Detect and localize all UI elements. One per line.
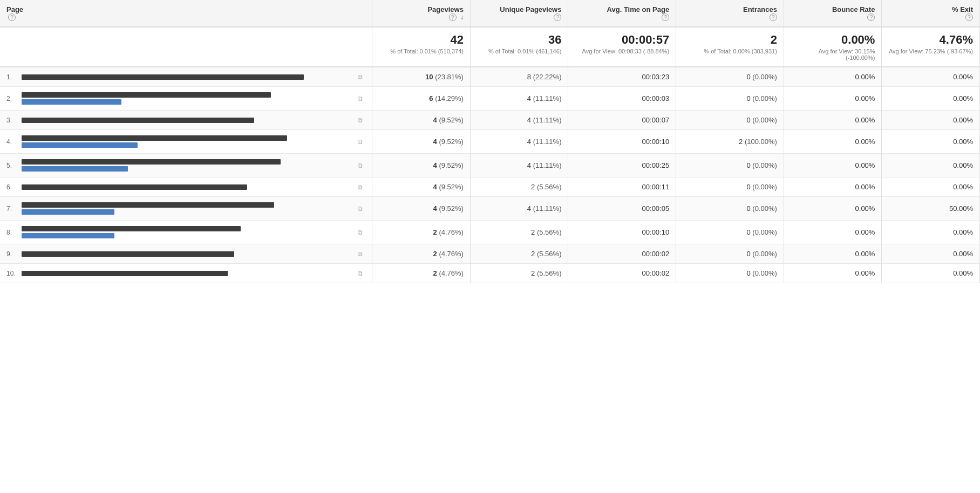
row-number: 5. bbox=[6, 162, 17, 169]
unique-pv-cell: 2 (5.56%) bbox=[470, 221, 568, 244]
upv-value: 4 bbox=[527, 116, 531, 124]
summary-upv-sub: % of Total: 0.01% (461,146) bbox=[477, 48, 562, 54]
col-header-avg-time: Avg. Time on Page ? bbox=[568, 0, 676, 27]
page-bar-container bbox=[22, 159, 353, 172]
pv-pct: (4.76%) bbox=[439, 269, 464, 277]
pv-pct: (9.52%) bbox=[439, 183, 464, 191]
bounce-rate-cell: 0.00% bbox=[784, 264, 882, 283]
unique-pv-cell: 4 (11.11%) bbox=[470, 154, 568, 177]
upv-pct: (5.56%) bbox=[537, 269, 562, 277]
pageviews-help-icon[interactable]: ? bbox=[449, 13, 457, 21]
page-bar-secondary bbox=[22, 142, 138, 148]
upv-pct: (5.56%) bbox=[537, 250, 562, 258]
pct-exit-help-icon[interactable]: ? bbox=[965, 13, 973, 21]
bounce-rate-cell: 0.00% bbox=[784, 154, 882, 177]
unique-pv-cell: 2 (5.56%) bbox=[470, 177, 568, 197]
unique-pv-cell: 8 (22.22%) bbox=[470, 67, 568, 87]
entrances-cell: 0 (0.00%) bbox=[676, 177, 784, 197]
summary-avg-time: 00:00:57 Avg for View: 00:08:33 (-88.84%… bbox=[568, 27, 676, 67]
pageviews-cell: 10 (23.81%) bbox=[372, 67, 471, 87]
col-header-entrances: Entrances ? bbox=[676, 0, 784, 27]
page-bar-main bbox=[22, 271, 228, 276]
upv-value: 2 bbox=[531, 228, 535, 236]
table-row: 1.⧉10 (23.81%)8 (22.22%)00:03:230 (0.00%… bbox=[0, 67, 980, 87]
bounce-rate-cell: 0.00% bbox=[784, 177, 882, 197]
page-help-icon[interactable]: ? bbox=[8, 13, 16, 21]
pv-value: 6 bbox=[429, 94, 433, 102]
summary-ent-main: 2 bbox=[683, 33, 777, 47]
upv-pct: (5.56%) bbox=[537, 228, 562, 236]
row-number: 7. bbox=[6, 205, 17, 213]
page-bar-container bbox=[22, 74, 353, 80]
copy-url-icon[interactable]: ⧉ bbox=[358, 270, 365, 277]
pct-exit-cell: 0.00% bbox=[882, 154, 980, 177]
entrances-cell: 0 (0.00%) bbox=[676, 244, 784, 264]
pct-exit-cell: 0.00% bbox=[882, 244, 980, 264]
row-number: 10. bbox=[6, 270, 17, 277]
bounce-rate-help-icon[interactable]: ? bbox=[867, 13, 875, 21]
page-cell-6: 6.⧉ bbox=[0, 177, 372, 197]
pv-value: 4 bbox=[433, 183, 437, 191]
copy-url-icon[interactable]: ⧉ bbox=[358, 73, 365, 81]
ent-pct: (0.00%) bbox=[752, 183, 777, 191]
pageviews-cell: 2 (4.76%) bbox=[372, 264, 471, 283]
page-bar-main bbox=[22, 92, 271, 98]
copy-url-icon[interactable]: ⧉ bbox=[358, 229, 365, 236]
page-bar-main bbox=[22, 251, 234, 257]
table-row: 10.⧉2 (4.76%)2 (5.56%)00:00:020 (0.00%)0… bbox=[0, 264, 980, 283]
pv-pct: (9.52%) bbox=[439, 116, 464, 124]
upv-value: 2 bbox=[531, 183, 535, 191]
pageviews-cell: 2 (4.76%) bbox=[372, 221, 471, 244]
row-number: 9. bbox=[6, 250, 17, 258]
upv-pct: (11.11%) bbox=[533, 161, 562, 169]
page-col-title: Page bbox=[6, 5, 365, 13]
col-header-page: Page ? bbox=[0, 0, 372, 27]
copy-url-icon[interactable]: ⧉ bbox=[358, 250, 365, 258]
page-bar-container bbox=[22, 202, 353, 215]
summary-entrances: 2 % of Total: 0.00% (383,931) bbox=[676, 27, 784, 67]
pct-exit-cell: 0.00% bbox=[882, 221, 980, 244]
col-header-pageviews: Pageviews ? ↓ bbox=[372, 0, 471, 27]
bounce-rate-cell: 0.00% bbox=[784, 221, 882, 244]
copy-url-icon[interactable]: ⧉ bbox=[358, 205, 365, 213]
bounce-rate-cell: 0.00% bbox=[784, 87, 882, 111]
ent-pct: (0.00%) bbox=[752, 94, 777, 102]
upv-pct: (22.22%) bbox=[533, 73, 562, 81]
summary-ent-sub: % of Total: 0.00% (383,931) bbox=[683, 48, 777, 54]
ent-pct: (0.00%) bbox=[752, 116, 777, 124]
pct-exit-cell: 0.00% bbox=[882, 67, 980, 87]
upv-value: 4 bbox=[527, 204, 531, 213]
ent-value: 0 bbox=[746, 116, 750, 124]
row-number: 4. bbox=[6, 138, 17, 146]
pageviews-cell: 4 (9.52%) bbox=[372, 197, 471, 221]
copy-url-icon[interactable]: ⧉ bbox=[358, 95, 365, 102]
bounce-rate-cell: 0.00% bbox=[784, 67, 882, 87]
summary-pv-main: 42 bbox=[379, 33, 464, 47]
copy-url-icon[interactable]: ⧉ bbox=[358, 138, 365, 146]
row-number: 3. bbox=[6, 117, 17, 124]
avg-time-help-icon[interactable]: ? bbox=[662, 13, 669, 21]
copy-url-icon[interactable]: ⧉ bbox=[358, 162, 365, 169]
table-row: 4.⧉4 (9.52%)4 (11.11%)00:00:102 (100.00%… bbox=[0, 130, 980, 154]
unique-pv-help-icon[interactable]: ? bbox=[554, 13, 561, 21]
page-bar-container bbox=[22, 92, 353, 105]
sort-arrow-icon[interactable]: ↓ bbox=[460, 13, 464, 21]
entrances-help-icon[interactable]: ? bbox=[770, 13, 777, 21]
ent-value: 0 bbox=[746, 183, 750, 191]
pv-value: 2 bbox=[433, 228, 437, 236]
ent-value: 2 bbox=[739, 138, 743, 146]
copy-url-icon[interactable]: ⧉ bbox=[358, 117, 365, 124]
page-cell-7: 7.⧉ bbox=[0, 197, 372, 221]
page-bar-container bbox=[22, 118, 353, 123]
copy-url-icon[interactable]: ⧉ bbox=[358, 183, 365, 191]
avg-time-cell: 00:00:02 bbox=[568, 244, 676, 264]
pct-exit-cell: 0.00% bbox=[882, 87, 980, 111]
page-bar-container bbox=[22, 226, 353, 238]
entrances-cell: 0 (0.00%) bbox=[676, 67, 784, 87]
pageviews-cell: 4 (9.52%) bbox=[372, 130, 471, 154]
avg-time-cell: 00:00:25 bbox=[568, 154, 676, 177]
unique-pv-cell: 4 (11.11%) bbox=[470, 197, 568, 221]
upv-value: 4 bbox=[527, 138, 531, 146]
upv-value: 2 bbox=[531, 250, 535, 258]
page-cell-9: 9.⧉ bbox=[0, 244, 372, 264]
